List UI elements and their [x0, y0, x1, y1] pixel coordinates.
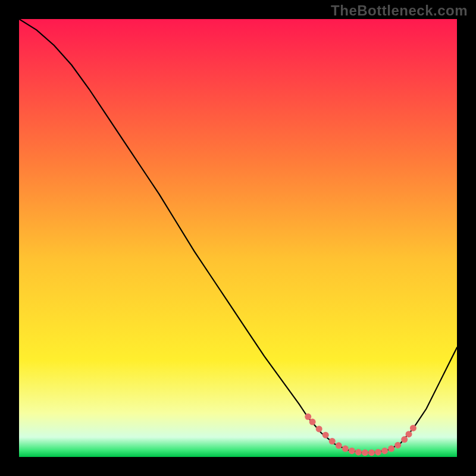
optimal-marker — [349, 447, 355, 454]
watermark-text: TheBottleneck.com — [331, 2, 468, 19]
optimal-marker — [322, 432, 329, 439]
optimal-marker — [410, 425, 416, 431]
optimal-marker — [329, 438, 336, 444]
optimal-marker — [316, 425, 322, 432]
optimal-marker — [375, 449, 381, 455]
chart-frame: TheBottleneck.com — [0, 0, 476, 476]
optimal-marker — [401, 436, 408, 443]
optimal-marker — [406, 431, 412, 437]
chart-svg — [19, 19, 457, 457]
optimal-marker — [336, 442, 342, 449]
optimal-marker — [368, 449, 375, 456]
optimal-marker — [394, 442, 401, 449]
optimal-marker — [355, 449, 362, 455]
optimal-marker — [342, 446, 349, 452]
optimal-marker — [388, 446, 394, 452]
plot-area — [19, 19, 457, 457]
optimal-marker — [362, 449, 368, 456]
optimal-marker — [305, 414, 311, 420]
optimal-marker — [381, 447, 388, 454]
gradient-background — [19, 19, 457, 457]
optimal-marker — [309, 419, 316, 425]
